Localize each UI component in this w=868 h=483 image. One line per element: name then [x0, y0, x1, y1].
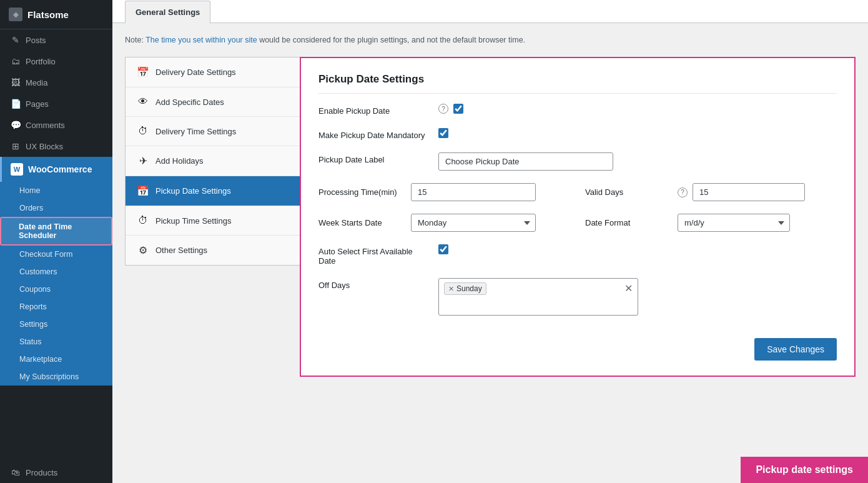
enable-pickup-label: Enable Pickup Date — [318, 104, 431, 116]
date-format-select[interactable]: m/d/y d/m/y y/m/d — [678, 214, 790, 232]
processing-time-col: Processing Time(min) — [318, 183, 570, 201]
save-changes-button[interactable]: Save Changes — [754, 338, 837, 361]
pickup-date-icon: 📅 — [137, 185, 149, 197]
sidebar-item-label: Pages — [26, 99, 49, 109]
make-mandatory-control — [438, 128, 837, 138]
make-mandatory-label: Make Pickup Date Mandatory — [318, 128, 431, 140]
pickup-time-icon: ⏱ — [137, 215, 149, 226]
left-panel-add-specific-dates[interactable]: 👁 Add Specific Dates — [126, 87, 300, 117]
valid-days-col: Valid Days ? — [585, 183, 837, 201]
enable-pickup-checkbox[interactable] — [453, 104, 463, 114]
add-holidays-icon: ✈ — [137, 155, 149, 167]
off-days-clear[interactable]: ✕ — [624, 282, 633, 294]
status-label: Status — [19, 337, 41, 346]
sidebar-item-coupons[interactable]: Coupons — [0, 281, 112, 298]
left-panel-other-settings[interactable]: ⚙ Other Settings — [126, 236, 300, 265]
valid-days-label: Valid Days — [585, 187, 673, 197]
portfolio-icon: 🗂 — [11, 56, 21, 66]
checkout-form-label: Checkout Form — [19, 250, 72, 259]
ux-blocks-icon: ⊞ — [11, 141, 21, 151]
add-holidays-label: Add Holidays — [155, 156, 204, 166]
save-row: Save Changes — [318, 328, 837, 361]
marketplace-label: Marketplace — [19, 355, 62, 364]
delivery-time-label: Delivery Time Settings — [155, 127, 236, 136]
sidebar-brand[interactable]: ◈ Flatsome — [0, 0, 112, 29]
auto-select-checkbox[interactable] — [438, 244, 448, 254]
add-specific-dates-icon: 👁 — [137, 96, 149, 107]
reports-label: Reports — [19, 302, 47, 311]
left-panel: 📅 Delivery Date Settings 👁 Add Specific … — [125, 57, 300, 266]
sidebar-item-ux-blocks[interactable]: ⊞ UX Blocks — [0, 136, 112, 157]
enable-pickup-help-icon[interactable]: ? — [438, 104, 448, 114]
sidebar-item-label: Media — [26, 78, 47, 87]
sidebar-item-comments[interactable]: 💬 Comments — [0, 114, 112, 136]
tab-general[interactable]: General Settings — [125, 1, 210, 23]
valid-days-input[interactable] — [693, 183, 805, 201]
right-panel: Pickup Date Settings Enable Pickup Date … — [300, 57, 856, 377]
sidebar-item-my-subscriptions[interactable]: My Subscriptions — [0, 368, 112, 386]
date-format-label: Date Format — [585, 218, 673, 227]
left-panel-delivery-date[interactable]: 📅 Delivery Date Settings — [126, 57, 300, 87]
pickup-date-label-input[interactable] — [438, 152, 613, 171]
tag-remove-sunday[interactable]: ✕ — [448, 286, 454, 292]
sidebar-item-label: Portfolio — [26, 57, 56, 66]
pickup-date-label: Pickup Date Settings — [155, 186, 231, 196]
valid-days-help-icon[interactable]: ? — [678, 187, 688, 197]
note-link[interactable]: The time you set within your site — [145, 36, 257, 44]
sidebar-item-media[interactable]: 🖼 Media — [0, 72, 112, 93]
other-settings-icon: ⚙ — [137, 244, 149, 256]
enable-pickup-row: Enable Pickup Date ? — [318, 104, 837, 116]
woo-icon: W — [11, 163, 23, 176]
other-settings-label: Other Settings — [155, 246, 207, 255]
sidebar-item-reports[interactable]: Reports — [0, 298, 112, 316]
content-area: Note: The time you set within your site … — [112, 23, 868, 483]
processing-time-input[interactable] — [411, 183, 536, 201]
delivery-date-label: Delivery Date Settings — [155, 67, 236, 77]
orders-label: Orders — [19, 204, 43, 212]
auto-select-label: Auto Select First Available Date — [318, 244, 431, 266]
sidebar: ◈ Flatsome ✎ Posts 🗂 Portfolio 🖼 Media 📄… — [0, 0, 112, 483]
sidebar-item-portfolio[interactable]: 🗂 Portfolio — [0, 51, 112, 72]
processing-time-label: Processing Time(min) — [318, 187, 406, 197]
sidebar-item-home[interactable]: Home — [0, 182, 112, 199]
sidebar-item-label: UX Blocks — [26, 142, 63, 151]
sidebar-item-label: Posts — [26, 36, 46, 45]
left-panel-delivery-time[interactable]: ⏱ Delivery Time Settings — [126, 117, 300, 146]
sidebar-item-products[interactable]: 🛍 Products — [0, 462, 112, 483]
tag-label-sunday: Sunday — [456, 284, 482, 293]
week-starts-select[interactable]: Monday Tuesday Wednesday Thursday Friday… — [411, 214, 536, 232]
sidebar-item-posts[interactable]: ✎ Posts — [0, 29, 112, 51]
date-format-col: Date Format m/d/y d/m/y y/m/d — [585, 214, 837, 232]
sidebar-item-customers[interactable]: Customers — [0, 263, 112, 281]
left-panel-pickup-date[interactable]: 📅 Pickup Date Settings — [126, 176, 300, 206]
left-panel-add-holidays[interactable]: ✈ Add Holidays — [126, 146, 300, 176]
add-specific-dates-label: Add Specific Dates — [155, 97, 224, 107]
date-scheduler-label: Date and Time Scheduler — [19, 222, 102, 240]
left-panel-pickup-time[interactable]: ⏱ Pickup Time Settings — [126, 206, 300, 236]
home-label: Home — [19, 186, 40, 195]
pickup-date-label-control — [438, 152, 613, 171]
sidebar-item-pages[interactable]: 📄 Pages — [0, 93, 112, 114]
sidebar-item-status[interactable]: Status — [0, 333, 112, 351]
floating-label: Pickup date settings — [741, 457, 868, 483]
week-starts-col: Week Starts Date Monday Tuesday Wednesda… — [318, 214, 570, 232]
pickup-date-label-row: Pickup Date Label — [318, 152, 837, 171]
sidebar-item-checkout-form[interactable]: Checkout Form — [0, 246, 112, 263]
sidebar-item-date-scheduler[interactable]: Date and Time Scheduler — [0, 217, 112, 246]
brand-icon: ◈ — [9, 7, 22, 21]
sidebar-item-orders[interactable]: Orders — [0, 199, 112, 217]
delivery-time-icon: ⏱ — [137, 126, 149, 137]
products-label: Products — [26, 468, 57, 477]
sidebar-item-settings[interactable]: Settings — [0, 316, 112, 333]
products-icon: 🛍 — [11, 467, 21, 477]
settings-grid: Enable Pickup Date ? Make Pickup Date Ma… — [318, 104, 837, 361]
sidebar-item-marketplace[interactable]: Marketplace — [0, 351, 112, 368]
pages-icon: 📄 — [11, 99, 21, 109]
off-days-tag-area[interactable]: ✕ Sunday ✕ — [438, 278, 638, 316]
tab-bar: General Settings — [112, 0, 868, 23]
two-col-layout: 📅 Delivery Date Settings 👁 Add Specific … — [125, 57, 856, 377]
make-mandatory-checkbox[interactable] — [438, 128, 448, 138]
note-bar: Note: The time you set within your site … — [125, 33, 856, 47]
week-starts-label: Week Starts Date — [318, 218, 406, 227]
sidebar-item-woocommerce[interactable]: W WooCommerce — [0, 157, 112, 182]
